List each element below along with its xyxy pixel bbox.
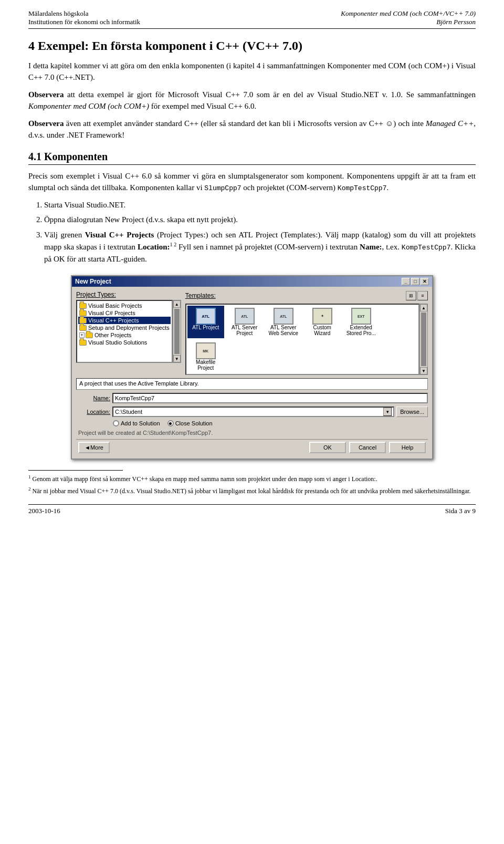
dialog-wrapper: New Project _ □ ✕ Project Types:: [28, 275, 476, 460]
project-description: A project that uses the Active Template …: [76, 378, 428, 390]
dialog-body: Project Types: Visual Basic Projects: [72, 287, 432, 459]
template-atl-web[interactable]: ATL ATL Server Web Service: [265, 306, 302, 338]
project-tree-area: Visual Basic Projects Visual C# Projects: [76, 300, 181, 363]
project-types-section: Project Types: Visual Basic Projects: [76, 291, 181, 375]
tree-item-setup[interactable]: Setup and Deployment Projects: [78, 324, 171, 331]
titlebar-buttons: _ □ ✕: [402, 278, 429, 285]
template-atl-server[interactable]: ATL ATL Server Project: [226, 306, 263, 338]
dialog-title: New Project: [75, 278, 111, 285]
makefile-icon: MK: [196, 342, 216, 359]
expand-icon[interactable]: +: [79, 332, 85, 338]
intro-para-2: Observera att detta exempel är gjort för…: [28, 89, 476, 112]
chapter-title: 4 Exempel: En första komponent i C++ (VC…: [28, 38, 476, 54]
name-input[interactable]: [112, 393, 428, 403]
location-dropdown[interactable]: C:\Student ▼: [112, 407, 394, 417]
tree-item-vb[interactable]: Visual Basic Projects: [78, 302, 171, 309]
name-field-row: Name:: [76, 393, 428, 403]
steps-list: Starta Visual Studio.NET. Öppna dialogru…: [44, 199, 476, 265]
folder-icon: [79, 340, 87, 346]
radio-close-solution[interactable]: Close Solution: [167, 420, 213, 426]
template-custom-wizard[interactable]: ✦ Custom Wizard: [304, 306, 341, 338]
template-extended-stored[interactable]: EXT Extended Stored Pro...: [343, 306, 380, 338]
author-name: Björn Persson: [341, 18, 476, 26]
help-button[interactable]: Help: [389, 442, 426, 453]
tree-item-cpp[interactable]: Visual C++ Projects: [78, 317, 171, 324]
footnote-2: 2 När ni jobbar med Visual C++ 7.0 (d.v.…: [28, 486, 476, 496]
cancel-button[interactable]: Cancel: [349, 442, 386, 453]
page-footer: 2003-10-16 Sida 3 av 9: [28, 504, 476, 515]
templates-grid: ATL ATL Project ATL ATL Server Project: [185, 304, 419, 375]
header-left: Mälardalens högskola Institutionen för e…: [28, 9, 140, 26]
tree-item-cs[interactable]: Visual C# Projects: [78, 309, 171, 317]
step-3: Välj grenen Visual C++ Projects (Project…: [44, 229, 476, 265]
atl-server-icon: ATL: [235, 308, 255, 325]
footnote-1: 1 Genom att välja mapp först så kommer V…: [28, 474, 476, 484]
intro-para-3: Observera även att exemplet använder sta…: [28, 118, 476, 141]
templates-scrollbar[interactable]: ▲ ▼: [419, 304, 428, 375]
folder-icon: [79, 310, 87, 316]
document-title: Komponenter med COM (och COM+/VC++ 7.0): [341, 9, 476, 18]
intro-para-1: I detta kapitel kommer vi att göra om de…: [28, 60, 476, 84]
custom-wizard-icon: ✦: [312, 308, 332, 325]
new-project-dialog: New Project _ □ ✕ Project Types:: [71, 275, 433, 460]
tmpl-scroll-down[interactable]: ▼: [420, 367, 427, 374]
templates-label: Templates:: [185, 292, 216, 299]
templates-section: Templates: ⊞ ≡ ATL ATL Proj: [185, 291, 428, 375]
radio-btn-close[interactable]: [167, 420, 174, 426]
tmpl-scroll-thumb: [421, 312, 426, 366]
section-41-heading: 4.1 Komponenten: [28, 151, 476, 165]
tmpl-scroll-up[interactable]: ▲: [420, 304, 427, 311]
large-icons-btn[interactable]: ⊞: [406, 291, 416, 300]
extended-stored-icon: EXT: [351, 308, 371, 325]
name-label: Name:: [76, 395, 110, 401]
institution-name: Mälardalens högskola: [28, 9, 140, 18]
dialog-top-row: Project Types: Visual Basic Projects: [76, 291, 428, 375]
ok-button[interactable]: OK: [309, 442, 346, 453]
footnote-divider: [28, 470, 123, 471]
view-buttons: ⊞ ≡: [406, 291, 428, 300]
page-header: Mälardalens högskola Institutionen för e…: [28, 9, 476, 29]
project-path-text: Project will be created at C:\Student\Ko…: [78, 430, 428, 436]
atl-web-icon: ATL: [274, 308, 293, 325]
header-right: Komponenter med COM (och COM+/VC++ 7.0) …: [341, 9, 476, 26]
folder-icon: [79, 318, 87, 324]
dialog-buttons-row: ◄More OK Cancel Help: [76, 439, 428, 454]
tree-item-vss[interactable]: Visual Studio Solutions: [78, 339, 171, 346]
project-types-label: Project Types:: [76, 291, 181, 298]
browse-button[interactable]: Browse...: [396, 407, 428, 417]
radio-btn-add[interactable]: [113, 420, 119, 426]
project-tree-box: Visual Basic Projects Visual C# Projects: [76, 300, 173, 363]
dialog-titlebar: New Project _ □ ✕: [72, 276, 432, 287]
footer-page: Sida 3 av 9: [445, 507, 476, 515]
section-41-para-1: Precis som exemplet i Visual C++ 6.0 så …: [28, 170, 476, 194]
department-name: Institutionen för ekonomi och informatik: [28, 18, 140, 26]
more-button[interactable]: ◄More: [78, 442, 110, 453]
template-makefile[interactable]: MK Makefile Project: [187, 340, 224, 373]
small-icons-btn[interactable]: ≡: [417, 291, 428, 300]
template-atl-project[interactable]: ATL ATL Project: [187, 306, 224, 338]
maximize-button[interactable]: □: [411, 278, 419, 285]
scroll-up-btn[interactable]: ▲: [173, 300, 181, 308]
scroll-down-btn[interactable]: ▼: [173, 355, 181, 362]
radio-add-to-solution[interactable]: Add to Solution: [113, 420, 160, 426]
tree-item-other[interactable]: + Other Projects: [78, 331, 171, 339]
footer-date: 2003-10-16: [28, 507, 60, 515]
dropdown-arrow[interactable]: ▼: [383, 408, 392, 416]
folder-icon: [86, 332, 93, 338]
radio-dot: [169, 422, 172, 425]
location-label: Location:: [76, 409, 110, 415]
project-types-scrollbar[interactable]: ▲ ▼: [173, 300, 181, 363]
close-button[interactable]: ✕: [421, 278, 429, 285]
folder-icon: [79, 303, 87, 309]
radio-row: Add to Solution Close Solution: [113, 420, 428, 426]
scroll-thumb: [174, 309, 180, 354]
templates-with-scroll: ATL ATL Project ATL ATL Server Project: [185, 304, 428, 375]
minimize-button[interactable]: _: [402, 278, 410, 285]
folder-icon: [79, 325, 87, 331]
location-field-row: Location: C:\Student ▼ Browse...: [76, 407, 428, 417]
atl-project-icon: ATL: [196, 308, 216, 325]
step-2: Öppna dialogrutan New Project (d.v.s. sk…: [44, 214, 476, 226]
step-1: Starta Visual Studio.NET.: [44, 199, 476, 211]
